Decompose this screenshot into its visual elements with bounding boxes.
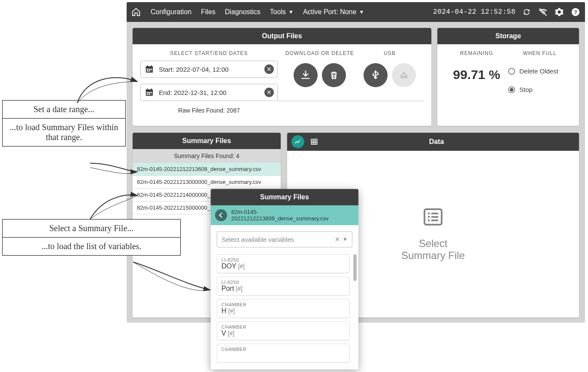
variable-name: V	[221, 329, 226, 337]
summary-file-row[interactable]: 82m-0145-20221212213609_dense_summary.cs…	[133, 163, 281, 176]
variable-item[interactable]: CHAMBER H[#]	[217, 299, 350, 318]
svg-text:?: ?	[574, 9, 577, 15]
variable-select[interactable]: Select available variables ✕ ▼	[217, 231, 352, 247]
svg-point-28	[428, 216, 430, 218]
svg-rect-13	[146, 90, 153, 91]
list-icon	[423, 207, 443, 227]
scrollbar-thumb[interactable]	[353, 254, 357, 281]
chevron-down-icon: ▼	[288, 9, 294, 15]
svg-rect-19	[147, 94, 149, 95]
delete-button[interactable]	[322, 63, 346, 87]
variable-group: LI-8250	[221, 280, 345, 285]
svg-rect-20	[149, 94, 150, 95]
arrow-icon	[73, 69, 142, 107]
variable-unit: [#]	[228, 330, 235, 337]
download-button[interactable]	[294, 63, 318, 87]
radio-delete-oldest[interactable]: Delete Oldest	[508, 67, 571, 75]
usb-label: USB	[384, 50, 396, 56]
radio-icon	[508, 68, 515, 75]
storage-card: Storage REMAINING 99.71 % WHEN FULL Dele…	[437, 28, 579, 126]
nav-files[interactable]: Files	[201, 8, 215, 16]
summary-file-row[interactable]: 82m-0145-20221213000000_dense_summary.cs…	[133, 176, 281, 189]
back-button[interactable]	[215, 209, 227, 221]
calendar-icon	[144, 87, 155, 98]
data-placeholder-line2: Summary File	[401, 250, 465, 262]
variable-name: DOY	[221, 262, 236, 270]
arrow-icon	[129, 260, 215, 303]
svg-rect-21	[311, 139, 317, 144]
wifi-off-icon[interactable]	[538, 7, 548, 17]
variable-name: H	[221, 307, 227, 314]
chart-mode-button[interactable]	[291, 135, 304, 148]
radio-stop-label: Stop	[519, 86, 533, 93]
end-date-input[interactable]: End: 2022-12-31, 12:00 ✕	[140, 84, 278, 101]
svg-point-29	[428, 220, 430, 222]
clear-end-icon[interactable]: ✕	[264, 88, 274, 97]
summary-files-title: Summary Files	[133, 133, 281, 149]
nav-configuration[interactable]: Configuration	[151, 8, 191, 16]
usb-button[interactable]	[364, 63, 388, 87]
start-date-text: Start: 2022-07-04, 12:00	[159, 66, 264, 73]
table-mode-button[interactable]	[308, 135, 321, 148]
variable-group: CHAMBER	[221, 302, 345, 307]
select-dates-label: SELECT START/END DATES	[140, 50, 278, 56]
start-date-input[interactable]: Start: 2022-07-04, 12:00 ✕	[140, 61, 278, 78]
svg-rect-5	[147, 65, 148, 67]
variable-unit: [#]	[236, 285, 242, 292]
chevron-down-icon: ▼	[359, 9, 364, 15]
svg-rect-18	[151, 92, 152, 93]
storage-title: Storage	[437, 28, 579, 44]
variable-item[interactable]: LI-8250 Port[#]	[217, 277, 350, 296]
help-icon[interactable]: ?	[570, 7, 581, 17]
data-title: Data	[324, 138, 575, 146]
variable-item[interactable]: CHAMBER	[217, 344, 350, 363]
clock-text: 2024-04-22 12:52:58	[433, 8, 515, 16]
variable-item[interactable]: LI-8250 DOY[#]	[217, 254, 350, 273]
variable-group: CHAMBER	[221, 324, 345, 329]
remaining-value: 99.71 %	[445, 67, 508, 82]
radio-delete-oldest-label: Delete Oldest	[519, 67, 558, 75]
clear-start-icon[interactable]: ✕	[264, 64, 274, 74]
variable-group: CHAMBER	[221, 347, 345, 352]
svg-rect-11	[149, 70, 150, 72]
annotation-line: ...to load the list of variables.	[3, 237, 180, 255]
output-files-card: Output Files SELECT START/END DATES Star…	[133, 28, 431, 126]
annotation-select-summary: Select a Summary File... ...to load the …	[2, 219, 181, 256]
svg-rect-8	[149, 69, 150, 70]
svg-rect-14	[147, 88, 148, 91]
svg-rect-16	[147, 92, 149, 93]
eject-button[interactable]	[392, 63, 416, 87]
nav-diagnostics[interactable]: Diagnostics	[225, 8, 261, 16]
svg-rect-10	[147, 70, 149, 72]
nav-active-port[interactable]: Active Port: None ▼	[303, 8, 364, 16]
nav-tools[interactable]: Tools ▼	[270, 8, 294, 16]
radio-stop[interactable]: Stop	[508, 86, 571, 93]
raw-files-found: Raw Files Found: 2087	[140, 107, 278, 114]
popup-title: Summary Files	[211, 189, 358, 205]
popup-filename: 82m-0145-20221212213609_dense_summary.cs…	[231, 209, 354, 222]
whenfull-label: WHEN FULL	[508, 50, 571, 56]
calendar-icon	[144, 64, 155, 74]
variable-unit: [#]	[228, 308, 235, 314]
svg-rect-17	[149, 92, 150, 93]
nav-active-port-label: Active Port: None	[303, 8, 357, 16]
radio-icon	[508, 86, 515, 93]
svg-point-27	[428, 213, 430, 215]
variable-item[interactable]: CHAMBER V[#]	[217, 321, 350, 340]
svg-rect-15	[151, 88, 152, 91]
svg-rect-9	[151, 69, 152, 70]
nav-tools-label: Tools	[270, 8, 286, 16]
chevron-down-icon[interactable]: ▼	[342, 236, 348, 242]
clear-select-icon[interactable]: ✕	[332, 236, 342, 243]
data-placeholder-line1: Select	[419, 238, 448, 250]
sync-icon[interactable]	[521, 7, 532, 17]
end-date-text: End: 2022-12-31, 12:00	[159, 89, 264, 96]
svg-rect-7	[147, 69, 149, 70]
download-delete-label: DOWNLOAD OR DELETE	[285, 50, 354, 56]
svg-rect-4	[146, 67, 153, 68]
gear-icon[interactable]	[554, 7, 564, 17]
home-icon[interactable]	[131, 7, 141, 17]
annotation-line: ...to load Summary Files within that ran…	[3, 118, 125, 146]
remaining-label: REMAINING	[445, 50, 508, 56]
summary-files-found: Summary Files Found: 4	[133, 149, 281, 163]
